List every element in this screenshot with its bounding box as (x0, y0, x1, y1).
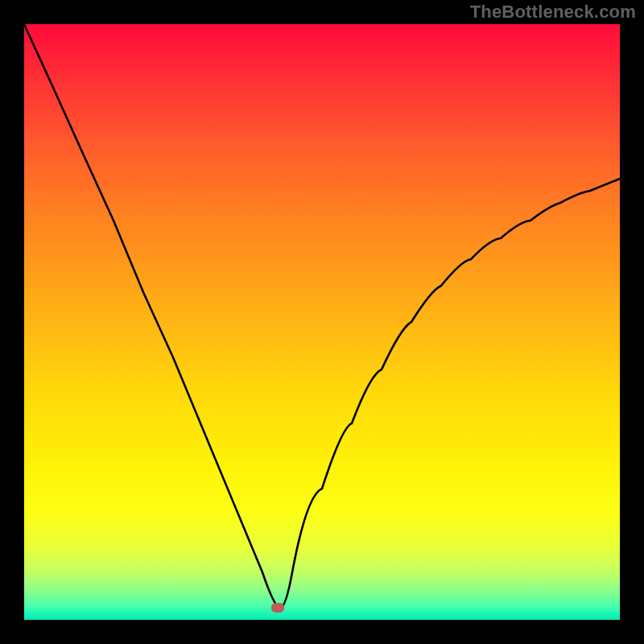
chart-frame: TheBottleneck.com (0, 0, 644, 644)
minimum-marker (271, 603, 284, 613)
watermark-text: TheBottleneck.com (470, 2, 636, 23)
bottleneck-curve-path (24, 24, 620, 608)
plot-area (24, 24, 620, 620)
curve-svg (24, 24, 620, 620)
